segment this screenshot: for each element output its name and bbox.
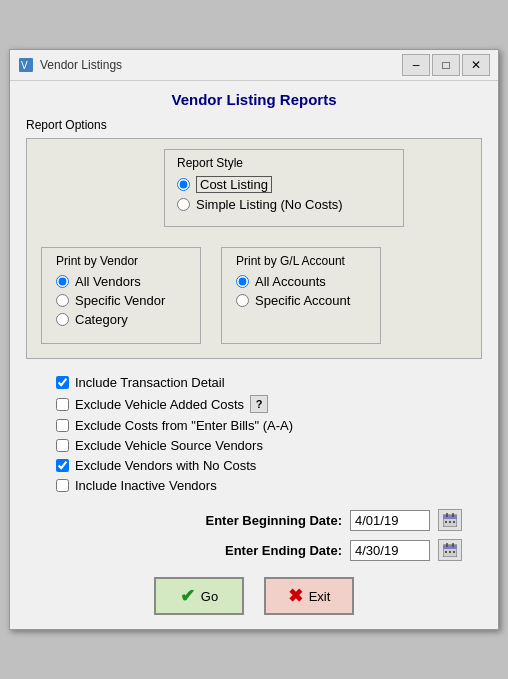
- radio-simple-listing-input[interactable]: [177, 198, 190, 211]
- go-label: Go: [201, 589, 218, 604]
- ending-date-row: Enter Ending Date:: [36, 539, 482, 561]
- help-button[interactable]: ?: [250, 395, 268, 413]
- go-button[interactable]: ✔ Go: [154, 577, 244, 615]
- check-exclude-no-costs: Exclude Vendors with No Costs: [56, 458, 482, 473]
- simple-listing-label: Simple Listing (No Costs): [196, 197, 343, 212]
- beginning-date-calendar-button[interactable]: [438, 509, 462, 531]
- date-section: Enter Beginning Date: Enter Ending Dat: [26, 509, 482, 561]
- button-row: ✔ Go ✖ Exit: [26, 577, 482, 615]
- specific-account-label: Specific Account: [255, 293, 350, 308]
- exit-x-icon: ✖: [288, 585, 303, 607]
- check-exclude-no-costs-input[interactable]: [56, 459, 69, 472]
- all-accounts-label: All Accounts: [255, 274, 326, 289]
- main-title: Vendor Listing Reports: [26, 91, 482, 108]
- title-bar: V Vendor Listings – □ ✕: [10, 50, 498, 81]
- radio-all-accounts: All Accounts: [236, 274, 366, 289]
- check-include-transaction: Include Transaction Detail: [56, 375, 482, 390]
- calendar-icon: [443, 543, 457, 557]
- radio-all-vendors: All Vendors: [56, 274, 186, 289]
- radio-category-input[interactable]: [56, 313, 69, 326]
- svg-text:V: V: [21, 60, 28, 71]
- radio-specific-vendor: Specific Vendor: [56, 293, 186, 308]
- svg-rect-15: [453, 551, 455, 553]
- print-by-gl-group: Print by G/L Account All Accounts Specif…: [221, 247, 381, 344]
- svg-rect-13: [445, 551, 447, 553]
- ending-date-input[interactable]: [350, 540, 430, 561]
- check-exclude-vehicle-source-input[interactable]: [56, 439, 69, 452]
- title-bar-controls: – □ ✕: [402, 54, 490, 76]
- check-exclude-vehicle-source-label: Exclude Vehicle Source Vendors: [75, 438, 263, 453]
- check-include-transaction-label: Include Transaction Detail: [75, 375, 225, 390]
- cost-listing-label: Cost Listing: [196, 176, 272, 193]
- print-by-gl-label: Print by G/L Account: [236, 254, 366, 268]
- radio-simple-listing: Simple Listing (No Costs): [177, 197, 391, 212]
- svg-rect-3: [443, 515, 457, 519]
- radio-all-vendors-input[interactable]: [56, 275, 69, 288]
- report-options-label: Report Options: [26, 118, 482, 132]
- radio-cost-listing: Cost Listing: [177, 176, 391, 193]
- check-include-transaction-input[interactable]: [56, 376, 69, 389]
- report-style-group: Report Style Cost Listing Simple Listing…: [164, 149, 404, 227]
- check-exclude-vehicle-added-label: Exclude Vehicle Added Costs: [75, 397, 244, 412]
- minimize-button[interactable]: –: [402, 54, 430, 76]
- check-exclude-vehicle-source: Exclude Vehicle Source Vendors: [56, 438, 482, 453]
- check-exclude-vehicle-added: Exclude Vehicle Added Costs ?: [56, 395, 482, 413]
- ending-date-calendar-button[interactable]: [438, 539, 462, 561]
- beginning-date-label: Enter Beginning Date:: [182, 513, 342, 528]
- svg-rect-10: [443, 545, 457, 549]
- svg-rect-6: [445, 521, 447, 523]
- radio-all-accounts-input[interactable]: [236, 275, 249, 288]
- main-window: V Vendor Listings – □ ✕ Vendor Listing R…: [9, 49, 499, 630]
- radio-specific-vendor-input[interactable]: [56, 294, 69, 307]
- category-label: Category: [75, 312, 128, 327]
- checkboxes-section: Include Transaction Detail Exclude Vehic…: [26, 375, 482, 493]
- radio-category: Category: [56, 312, 186, 327]
- radio-cost-listing-input[interactable]: [177, 178, 190, 191]
- check-exclude-no-costs-label: Exclude Vendors with No Costs: [75, 458, 256, 473]
- radio-specific-account: Specific Account: [236, 293, 366, 308]
- beginning-date-row: Enter Beginning Date:: [36, 509, 482, 531]
- svg-rect-8: [453, 521, 455, 523]
- close-button[interactable]: ✕: [462, 54, 490, 76]
- radio-specific-account-input[interactable]: [236, 294, 249, 307]
- check-exclude-vehicle-added-input[interactable]: [56, 398, 69, 411]
- check-exclude-enter-bills-input[interactable]: [56, 419, 69, 432]
- exit-button[interactable]: ✖ Exit: [264, 577, 354, 615]
- title-bar-left: V Vendor Listings: [18, 57, 122, 73]
- report-style-label: Report Style: [177, 156, 391, 170]
- svg-rect-7: [449, 521, 451, 523]
- print-by-vendor-label: Print by Vendor: [56, 254, 186, 268]
- calendar-icon: [443, 513, 457, 527]
- svg-rect-14: [449, 551, 451, 553]
- check-include-inactive-input[interactable]: [56, 479, 69, 492]
- check-exclude-enter-bills-label: Exclude Costs from "Enter Bills" (A-A): [75, 418, 293, 433]
- content-area: Vendor Listing Reports Report Options Re…: [10, 81, 498, 629]
- all-vendors-label: All Vendors: [75, 274, 141, 289]
- ending-date-label: Enter Ending Date:: [182, 543, 342, 558]
- check-include-inactive-label: Include Inactive Vendors: [75, 478, 217, 493]
- check-include-inactive: Include Inactive Vendors: [56, 478, 482, 493]
- check-exclude-enter-bills: Exclude Costs from "Enter Bills" (A-A): [56, 418, 482, 433]
- exit-label: Exit: [309, 589, 331, 604]
- app-icon: V: [18, 57, 34, 73]
- maximize-button[interactable]: □: [432, 54, 460, 76]
- beginning-date-input[interactable]: [350, 510, 430, 531]
- specific-vendor-label: Specific Vendor: [75, 293, 165, 308]
- window-title: Vendor Listings: [40, 58, 122, 72]
- two-col-section: Print by Vendor All Vendors Specific Ven…: [41, 247, 467, 344]
- report-options-group: Report Style Cost Listing Simple Listing…: [26, 138, 482, 359]
- print-by-vendor-group: Print by Vendor All Vendors Specific Ven…: [41, 247, 201, 344]
- go-check-icon: ✔: [180, 585, 195, 607]
